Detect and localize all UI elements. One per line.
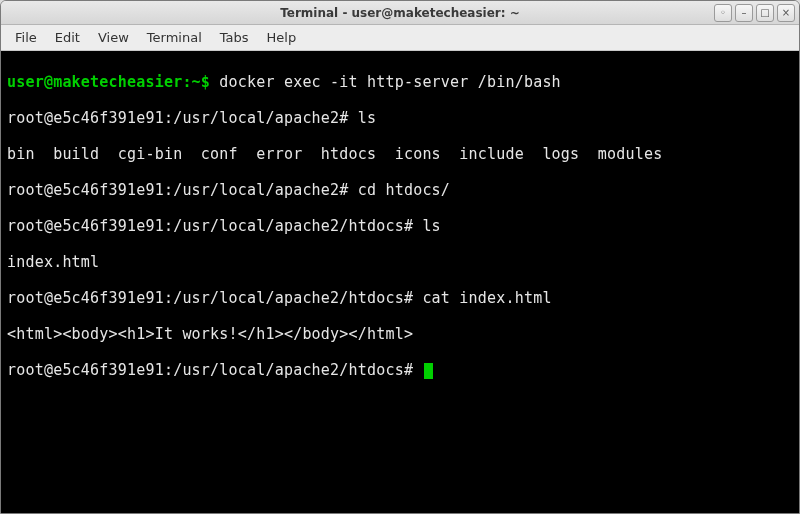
terminal-line: root@e5c46f391e91:/usr/local/apache2/htd… — [7, 361, 793, 379]
terminal-line: root@e5c46f391e91:/usr/local/apache2# ls — [7, 109, 793, 127]
menu-edit[interactable]: Edit — [47, 27, 88, 48]
menu-tabs[interactable]: Tabs — [212, 27, 257, 48]
menu-help[interactable]: Help — [259, 27, 305, 48]
terminal-line: index.html — [7, 253, 793, 271]
terminal-body[interactable]: user@maketecheasier:~$ docker exec -it h… — [1, 51, 799, 513]
close-button[interactable]: × — [777, 4, 795, 22]
window-title: Terminal - user@maketecheasier: ~ — [1, 6, 799, 20]
cursor-icon — [424, 363, 433, 379]
prompt: user@maketecheasier:~$ — [7, 73, 210, 91]
menu-file[interactable]: File — [7, 27, 45, 48]
command-text: docker exec -it http-server /bin/bash — [210, 73, 561, 91]
terminal-line: bin build cgi-bin conf error htdocs icon… — [7, 145, 793, 163]
terminal-line: root@e5c46f391e91:/usr/local/apache2# cd… — [7, 181, 793, 199]
terminal-window: Terminal - user@maketecheasier: ~ ◦ – □ … — [0, 0, 800, 514]
titlebar[interactable]: Terminal - user@maketecheasier: ~ ◦ – □ … — [1, 1, 799, 25]
stick-button[interactable]: ◦ — [714, 4, 732, 22]
terminal-line: root@e5c46f391e91:/usr/local/apache2/htd… — [7, 289, 793, 307]
terminal-line: user@maketecheasier:~$ docker exec -it h… — [7, 73, 793, 91]
terminal-line: root@e5c46f391e91:/usr/local/apache2/htd… — [7, 217, 793, 235]
minimize-button[interactable]: – — [735, 4, 753, 22]
prompt-text: root@e5c46f391e91:/usr/local/apache2/htd… — [7, 361, 422, 379]
window-controls: ◦ – □ × — [714, 4, 795, 22]
menu-terminal[interactable]: Terminal — [139, 27, 210, 48]
menu-view[interactable]: View — [90, 27, 137, 48]
terminal-line: <html><body><h1>It works!</h1></body></h… — [7, 325, 793, 343]
maximize-button[interactable]: □ — [756, 4, 774, 22]
menubar: File Edit View Terminal Tabs Help — [1, 25, 799, 51]
